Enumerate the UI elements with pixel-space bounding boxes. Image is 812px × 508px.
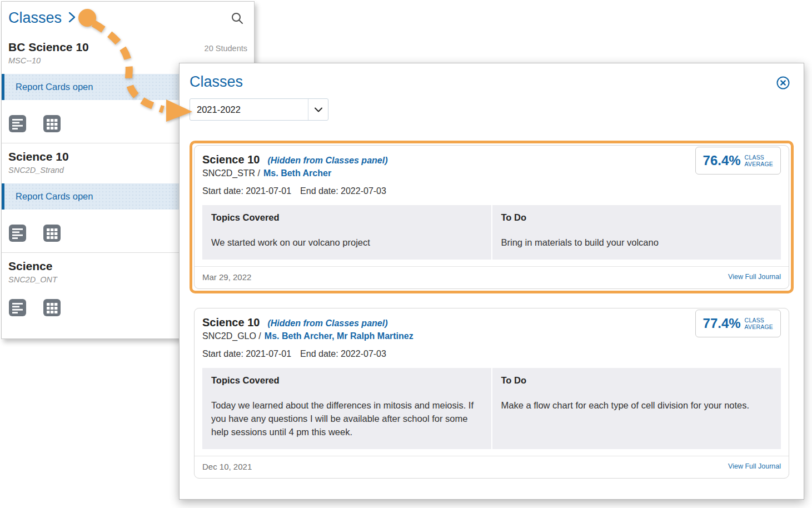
end-date: End date: 2022-07-03 [300,349,386,359]
view-full-journal-link[interactable]: View Full Journal [728,462,781,470]
view-full-journal-link[interactable]: View Full Journal [728,273,781,281]
start-date: Start date: 2021-07-01 [202,349,291,359]
card-title: Science 10 [202,153,260,166]
classes-panel-header: Classes [2,2,254,34]
card-title: Science 10 [202,316,260,329]
search-icon[interactable] [231,12,244,27]
modal-header: Classes [190,73,794,91]
hidden-note: (Hidden from Classes panel) [267,318,387,328]
school-year-dropdown[interactable]: 2021-2022 [190,98,328,121]
class-name[interactable]: BC Science 10 [8,41,89,54]
journal-icon[interactable] [8,114,27,133]
class-card-snc2d-str: Science 10 (Hidden from Classes panel) S… [194,145,789,289]
start-date: Start date: 2021-07-01 [202,186,291,196]
to-do-heading: To Do [501,375,773,386]
to-do-heading: To Do [501,212,773,223]
class-average-value: 77.4% [703,316,741,331]
class-average-badge: 76.4% CLASS AVERAGE [695,147,781,175]
class-average-label: AVERAGE [745,323,773,330]
class-average-label: CLASS [745,317,773,323]
chevron-right-icon [68,12,76,25]
class-average-value: 76.4% [703,153,741,168]
classes-panel-title-link[interactable]: Classes [8,9,76,27]
gradebook-grid-icon[interactable] [43,114,61,133]
class-name[interactable]: Science 10 [8,150,69,163]
to-do-text: Bring in materials to build your volcano [501,236,773,250]
teacher-link[interactable]: Ms. Beth Archer, Mr Ralph Martinez [265,331,414,341]
banner-label: Report Cards open [16,191,93,202]
to-do-box: To Do Bring in materials to build your v… [492,205,781,260]
card-code: SNC2D_STR / [202,168,260,178]
teacher-link[interactable]: Ms. Beth Archer [263,168,331,178]
chevron-down-icon [308,99,328,120]
panel-title: Classes [8,9,62,27]
highlight-outline: Science 10 (Hidden from Classes panel) S… [190,141,794,293]
class-average-label: CLASS [745,154,773,161]
end-date: End date: 2022-07-03 [300,186,386,196]
to-do-text: Make a flow chart for each type of cell … [501,399,773,412]
class-average-badge: 77.4% CLASS AVERAGE [695,310,781,337]
topics-covered-heading: Topics Covered [211,212,482,223]
topics-covered-text: Today we learned about the differences i… [211,399,482,439]
topics-covered-box: Topics Covered Today we learned about th… [202,368,491,449]
card-code: SNC2D_GLO / [202,331,261,341]
topics-covered-text: We started work on our volcano project [211,236,482,250]
close-icon[interactable] [776,76,790,90]
journal-icon[interactable] [8,224,27,242]
journal-entry-date: Dec 10, 2021 [202,462,252,471]
journal-entry-date: Mar 29, 2022 [202,272,251,282]
screen: Classes BC Science 10 20 Students MSC--1… [0,0,812,508]
topics-covered-box: Topics Covered We started work on our vo… [202,205,491,260]
journal-icon[interactable] [8,298,27,317]
student-count: 20 Students [205,44,247,54]
modal-title: Classes [190,73,243,91]
class-name[interactable]: Science [8,260,52,273]
class-average-label: AVERAGE [745,161,773,167]
class-card-snc2d-glo: Science 10 (Hidden from Classes panel) S… [194,308,789,479]
gradebook-grid-icon[interactable] [43,224,61,242]
to-do-box: To Do Make a flow chart for each type of… [492,368,781,449]
topics-covered-heading: Topics Covered [211,375,482,386]
gradebook-grid-icon[interactable] [43,298,61,317]
dropdown-selected-value: 2021-2022 [190,99,308,120]
hidden-note: (Hidden from Classes panel) [267,156,387,166]
banner-label: Report Cards open [16,82,93,92]
classes-modal: Classes 2021-2022 Science 10 (Hidden fro… [179,63,804,500]
